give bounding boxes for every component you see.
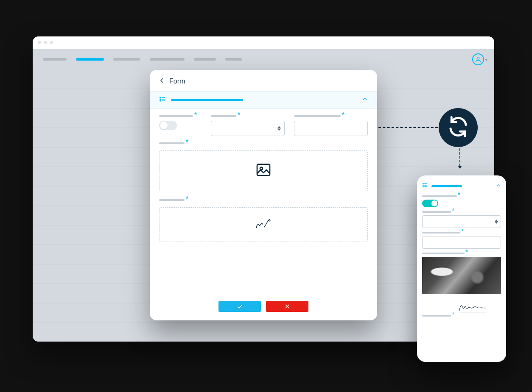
signature-field: * xyxy=(159,199,368,250)
svg-point-4 xyxy=(160,97,161,98)
list-icon xyxy=(422,182,428,190)
traffic-light-dot xyxy=(50,41,53,44)
signature-input-area[interactable] xyxy=(159,207,368,242)
confirm-button[interactable] xyxy=(218,301,261,312)
image-field: * xyxy=(159,142,368,199)
sync-icon xyxy=(447,115,470,140)
select-input[interactable] xyxy=(211,121,285,136)
required-marker: * xyxy=(342,114,344,117)
form-title: Form xyxy=(169,78,185,85)
user-avatar[interactable] xyxy=(472,53,484,65)
text-input[interactable] xyxy=(422,236,501,249)
required-marker: * xyxy=(452,314,454,316)
back-button[interactable] xyxy=(159,78,165,85)
svg-point-6 xyxy=(160,100,161,101)
select-stepper-icon xyxy=(495,220,498,224)
text-input[interactable] xyxy=(294,121,368,136)
svg-point-16 xyxy=(423,186,424,187)
form-modal: Form * * xyxy=(150,70,377,320)
signature-value xyxy=(458,299,501,317)
sync-badge xyxy=(439,108,478,147)
required-marker: * xyxy=(458,194,460,197)
svg-rect-7 xyxy=(257,164,270,176)
field-label xyxy=(159,142,185,144)
toggle-field: * xyxy=(159,115,202,136)
app-nav xyxy=(33,49,494,70)
field-label xyxy=(422,232,460,234)
required-marker: * xyxy=(461,231,464,233)
chevron-up-icon xyxy=(362,96,368,104)
required-marker: * xyxy=(186,198,188,200)
signature-icon xyxy=(255,215,272,234)
required-marker: * xyxy=(452,210,454,212)
field-label xyxy=(159,115,193,117)
mobile-toggle-field: * xyxy=(422,195,501,207)
svg-point-15 xyxy=(423,185,424,186)
cancel-button[interactable] xyxy=(266,301,308,312)
section-title xyxy=(431,185,462,187)
mobile-select-field: * xyxy=(422,211,501,228)
svg-point-0 xyxy=(477,57,479,59)
form-section-header[interactable] xyxy=(150,91,377,109)
field-label xyxy=(211,115,236,117)
required-marker: * xyxy=(238,114,240,117)
nav-item[interactable] xyxy=(150,58,185,61)
nav-item[interactable] xyxy=(194,58,216,61)
arrow-down-icon xyxy=(458,166,462,169)
uploaded-image[interactable] xyxy=(422,257,501,294)
chevron-up-icon xyxy=(496,182,501,190)
field-label xyxy=(159,199,185,201)
required-marker: * xyxy=(465,251,468,254)
browser-titlebar xyxy=(33,36,494,49)
image-icon xyxy=(255,161,272,180)
form-body: * * * xyxy=(150,109,377,254)
field-label xyxy=(422,253,465,254)
field-label xyxy=(422,195,457,197)
mobile-image-field: * xyxy=(422,252,501,294)
toggle-input[interactable] xyxy=(159,121,177,130)
mobile-device: * * * * xyxy=(417,175,506,362)
form-header: Form xyxy=(150,70,377,91)
image-upload-area[interactable] xyxy=(159,150,368,191)
nav-item[interactable] xyxy=(43,58,67,61)
section-title xyxy=(171,99,243,101)
select-stepper-icon xyxy=(277,126,281,131)
mobile-section-header[interactable] xyxy=(422,182,501,190)
select-field: * xyxy=(211,115,285,136)
nav-item-active[interactable] xyxy=(76,58,104,61)
field-label xyxy=(422,211,451,213)
svg-point-5 xyxy=(160,99,161,100)
toggle-input[interactable] xyxy=(422,200,438,207)
traffic-light-dot xyxy=(44,41,47,44)
required-marker: * xyxy=(186,141,188,144)
mobile-text-field: * xyxy=(422,231,501,249)
text-field: * xyxy=(294,115,368,136)
required-marker: * xyxy=(194,114,197,117)
svg-point-14 xyxy=(423,183,424,184)
form-actions xyxy=(150,301,377,312)
sync-connector-vertical xyxy=(458,148,460,166)
sync-connector-horizontal xyxy=(378,127,438,128)
chevron-down-icon xyxy=(485,59,487,61)
nav-item[interactable] xyxy=(225,58,242,61)
select-input[interactable] xyxy=(422,215,501,228)
field-label xyxy=(294,115,341,117)
traffic-light-dot xyxy=(38,41,41,44)
nav-item[interactable] xyxy=(113,58,140,61)
list-icon xyxy=(159,96,166,104)
field-label xyxy=(422,315,451,317)
mobile-signature-field: * xyxy=(422,299,501,317)
